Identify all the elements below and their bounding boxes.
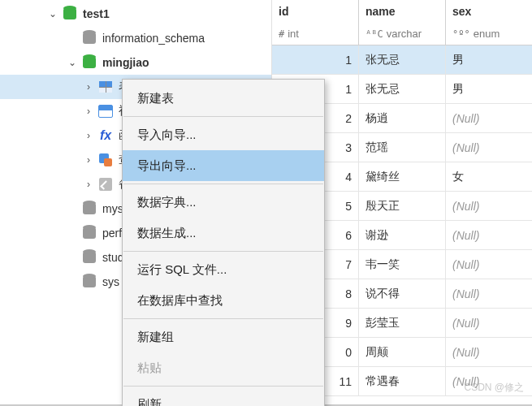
cell-name[interactable]: 张无忌 <box>359 75 446 103</box>
cell-name[interactable]: 常遇春 <box>359 367 446 395</box>
tree-item-test1[interactable]: ⌄test1 <box>0 2 271 26</box>
cell-name[interactable]: 殷天正 <box>359 192 446 220</box>
menu-separator <box>123 386 323 387</box>
menu-item[interactable]: 运行 SQL 文件... <box>123 254 324 285</box>
db-gray-icon <box>80 201 99 217</box>
menu-item[interactable]: 在数据库中查找 <box>123 285 324 316</box>
cell-sex[interactable]: (Null) <box>446 309 532 337</box>
chevron-right-icon[interactable]: › <box>81 130 96 141</box>
tbl-icon <box>96 79 115 95</box>
cell-sex[interactable]: (Null) <box>446 192 532 220</box>
menu-item[interactable]: 导入向导... <box>123 119 324 150</box>
tree-item-label: mingjiao <box>102 56 149 69</box>
bak-icon <box>96 176 115 192</box>
cell-sex[interactable]: (Null) <box>446 250 532 279</box>
db-gray-icon <box>80 225 99 241</box>
cell-name[interactable]: 周颠 <box>359 338 446 366</box>
tree-item-label: information_schema <box>102 32 205 45</box>
menu-item[interactable]: 导出向导... <box>123 150 324 181</box>
column-type: #int <box>279 28 352 40</box>
menu-item[interactable]: 新建组 <box>123 322 324 352</box>
context-menu: 新建表导入向导...导出向导...数据字典...数据生成...运行 SQL 文件… <box>122 79 325 406</box>
chevron-down-icon[interactable]: ⌄ <box>65 57 80 68</box>
tree-item-label: sys <box>102 275 119 288</box>
db-green-icon <box>60 6 80 22</box>
tree-item-information_schema[interactable]: ›information_schema <box>0 26 271 50</box>
cell-id[interactable]: 1 <box>272 45 359 74</box>
tree-item-label: test1 <box>83 7 110 20</box>
column-header-id[interactable]: id#int <box>272 0 359 45</box>
column-name: id <box>279 5 352 18</box>
watermark: CSDN @修之 <box>464 381 524 395</box>
cell-name[interactable]: 韦一笑 <box>359 250 446 279</box>
table-header-row: id#intnameᴬᴮCvarcharsex°º°enum <box>272 0 532 45</box>
db-gray-icon <box>80 249 99 266</box>
qry-icon <box>96 152 115 168</box>
chevron-right-icon[interactable]: › <box>81 81 96 93</box>
cell-sex[interactable]: (Null) <box>446 133 532 162</box>
column-header-name[interactable]: nameᴬᴮCvarchar <box>359 0 446 45</box>
column-type: °º°enum <box>452 28 526 40</box>
chevron-right-icon[interactable]: › <box>81 106 96 117</box>
menu-item[interactable]: 刷新 <box>123 389 324 406</box>
menu-item[interactable]: 数据字典... <box>123 187 324 218</box>
column-name: name <box>365 5 439 18</box>
menu-separator <box>123 318 323 319</box>
cell-sex[interactable]: 男 <box>446 75 532 103</box>
fx-icon: fx <box>96 127 115 144</box>
cell-name[interactable]: 杨逍 <box>359 104 446 132</box>
table-row[interactable]: 1张无忌男 <box>272 45 532 75</box>
menu-item: 粘贴 <box>123 352 324 383</box>
cell-name[interactable]: 范瑶 <box>359 133 446 162</box>
column-name: sex <box>452 5 526 18</box>
db-gray-icon <box>80 30 99 46</box>
db-gray-icon <box>80 274 99 290</box>
menu-separator <box>123 184 323 184</box>
menu-separator <box>123 116 323 117</box>
menu-item[interactable]: 数据生成... <box>123 218 324 248</box>
db-green-icon <box>80 54 99 71</box>
column-type: ᴬᴮCvarchar <box>365 28 439 40</box>
cell-sex[interactable]: 男 <box>446 45 532 74</box>
cell-name[interactable]: 张无忌 <box>359 45 446 74</box>
chevron-down-icon[interactable]: ⌄ <box>45 8 60 19</box>
chevron-right-icon[interactable]: › <box>81 179 96 190</box>
tree-item-mingjiao[interactable]: ⌄mingjiao <box>0 50 271 75</box>
cell-name[interactable]: 彭莹玉 <box>359 309 446 337</box>
cell-name[interactable]: 说不得 <box>359 279 446 308</box>
cell-name[interactable]: 黛绮丝 <box>359 162 446 191</box>
cell-name[interactable]: 谢逊 <box>359 221 446 249</box>
column-header-sex[interactable]: sex°º°enum <box>446 0 532 45</box>
view-icon <box>96 103 115 119</box>
menu-item[interactable]: 新建表 <box>123 83 324 114</box>
menu-separator <box>123 251 323 252</box>
cell-sex[interactable]: (Null) <box>446 338 532 366</box>
cell-sex[interactable]: (Null) <box>446 104 532 132</box>
cell-sex[interactable]: 女 <box>446 162 532 191</box>
chevron-right-icon[interactable]: › <box>81 154 96 166</box>
cell-sex[interactable]: (Null) <box>446 221 532 249</box>
cell-sex[interactable]: (Null) <box>446 279 532 308</box>
